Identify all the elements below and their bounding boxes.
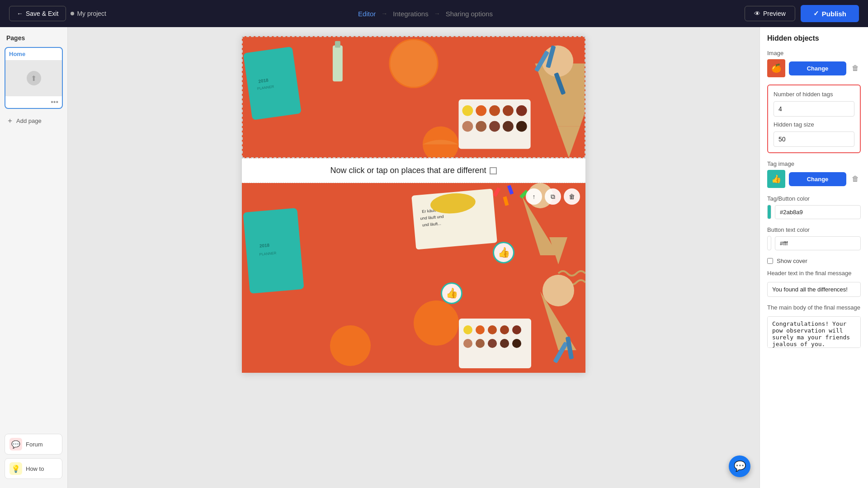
- chat-bubble-button[interactable]: 💬: [729, 455, 750, 477]
- sidebar-item-how-to[interactable]: 💡 How to: [5, 458, 62, 479]
- caption-icon: [490, 167, 497, 174]
- sidebar-item-forum[interactable]: 💬 Forum: [5, 434, 62, 455]
- main-body-label: The main body of the final message: [767, 304, 861, 311]
- page-card-label: Home: [5, 48, 62, 60]
- svg-point-10: [476, 105, 486, 116]
- tag-delete-button[interactable]: 🗑: [850, 173, 861, 185]
- svg-point-50: [463, 339, 472, 348]
- sidebar-tools: 💬 Forum 💡 How to: [5, 434, 62, 479]
- bottom-image[interactable]: 2018 PLANNER Er käuft und läuft und und …: [242, 183, 585, 373]
- svg-point-20: [542, 46, 574, 77]
- caption-bar: Now click or tap on places that are diff…: [242, 158, 585, 183]
- tag-color-input[interactable]: [775, 205, 861, 219]
- image-change-button[interactable]: Change: [789, 61, 846, 75]
- top-navigation: ← Save & Exit My project Editor → Integr…: [0, 0, 868, 27]
- header-text-label: Header text in the final message: [767, 270, 861, 277]
- svg-point-11: [489, 105, 500, 116]
- header-text-input[interactable]: [767, 282, 861, 297]
- hidden-tags-input[interactable]: [774, 101, 854, 117]
- move-up-button[interactable]: ↑: [526, 188, 542, 205]
- svg-point-12: [503, 105, 514, 116]
- arrow-icon-2: →: [434, 10, 440, 17]
- svg-point-9: [462, 105, 473, 116]
- top-image-bg: 2018 PLANNER: [243, 37, 585, 157]
- svg-point-18: [516, 121, 527, 132]
- hidden-tag-size-input[interactable]: [774, 131, 854, 147]
- project-name: My project: [71, 10, 106, 17]
- dot-icon: [71, 12, 74, 15]
- svg-point-47: [488, 325, 497, 334]
- sidebar: Pages Home ⬆ ••• ＋ Add page 💬 Forum 💡: [0, 27, 68, 488]
- show-cover-row: Show cover: [767, 258, 861, 264]
- tag-icon-1[interactable]: 👍: [493, 242, 514, 263]
- duplicate-button[interactable]: ⧉: [545, 188, 561, 205]
- nav-right: 👁 Preview ✓ Publish: [745, 5, 859, 22]
- svg-point-51: [476, 339, 485, 348]
- forum-label: Forum: [26, 441, 43, 448]
- page-card-home[interactable]: Home ⬆ •••: [5, 47, 63, 109]
- svg-rect-27: [243, 208, 304, 294]
- bottom-image-bg: 2018 PLANNER Er käuft und läuft und und …: [242, 183, 585, 373]
- show-cover-checkbox[interactable]: [767, 258, 773, 264]
- svg-point-17: [503, 121, 514, 132]
- messenger-icon: 💬: [734, 460, 746, 472]
- svg-point-14: [462, 121, 473, 132]
- svg-point-46: [476, 325, 485, 334]
- nav-center: Editor → Integrations → Sharing options: [358, 10, 493, 18]
- main-body-textarea[interactable]: Congratulations! Your pow observation wi…: [767, 316, 861, 348]
- svg-point-16: [489, 121, 500, 132]
- image-delete-button[interactable]: 🗑: [850, 62, 861, 74]
- eye-icon: 👁: [754, 10, 760, 17]
- svg-rect-5: [335, 41, 340, 48]
- tag-button-color-row: [767, 205, 861, 219]
- arrow-icon-1: →: [381, 10, 387, 17]
- show-cover-label[interactable]: Show cover: [777, 258, 807, 264]
- tag-image-thumbnail: 👍: [767, 170, 785, 188]
- tag-image-section: Tag image 👍 Change 🗑: [767, 160, 861, 188]
- canvas-area: 2018 PLANNER: [68, 27, 760, 488]
- svg-point-13: [516, 105, 527, 116]
- image-section: Image 🍊 Change 🗑: [767, 50, 861, 77]
- main-body-section: The main body of the final message Congr…: [767, 304, 861, 350]
- tag-change-button[interactable]: Change: [789, 172, 846, 186]
- tag-image-row: 👍 Change 🗑: [767, 170, 861, 188]
- tag-button-color-label: Tag/Button color: [767, 195, 861, 202]
- home-icon: ⬆: [31, 74, 37, 83]
- button-text-color-label: Button text color: [767, 226, 861, 233]
- text-color-swatch[interactable]: [767, 236, 771, 250]
- svg-point-45: [463, 325, 472, 334]
- text-color-input[interactable]: [775, 236, 861, 250]
- add-page-button[interactable]: ＋ Add page: [5, 114, 63, 127]
- button-text-color-section: Button text color: [767, 226, 861, 250]
- save-exit-button[interactable]: ← Save & Exit: [9, 6, 66, 21]
- tab-editor[interactable]: Editor: [358, 10, 376, 18]
- delete-button[interactable]: 🗑: [564, 188, 580, 205]
- tab-sharing-options[interactable]: Sharing options: [446, 10, 493, 18]
- tab-integrations[interactable]: Integrations: [393, 10, 428, 18]
- more-options-button[interactable]: •••: [51, 98, 58, 106]
- plus-icon: ＋: [6, 116, 14, 126]
- main-layout: Pages Home ⬆ ••• ＋ Add page 💬 Forum 💡: [0, 0, 868, 488]
- right-panel: Hidden objects Image 🍊 Change 🗑 Number o…: [760, 27, 868, 488]
- check-icon: ✓: [813, 9, 819, 18]
- canvas-wrapper: 2018 PLANNER: [242, 36, 585, 373]
- image-label: Image: [767, 50, 861, 56]
- page-thumbnail: ⬆: [5, 60, 62, 96]
- svg-point-54: [512, 339, 521, 348]
- preview-button[interactable]: 👁 Preview: [745, 6, 795, 21]
- publish-button[interactable]: ✓ Publish: [801, 5, 859, 22]
- svg-rect-1: [243, 47, 302, 120]
- nav-left: ← Save & Exit My project: [9, 6, 106, 21]
- caption-text: Now click or tap on places that are diff…: [330, 166, 486, 175]
- pages-title: Pages: [5, 34, 63, 42]
- save-exit-label: Save & Exit: [26, 10, 58, 17]
- button-text-color-row: [767, 236, 861, 250]
- hidden-tag-size-label: Hidden tag size: [774, 121, 854, 128]
- svg-point-56: [542, 275, 574, 306]
- page-card-footer: •••: [5, 96, 62, 108]
- svg-point-49: [512, 325, 521, 334]
- tag-color-swatch[interactable]: [767, 205, 771, 219]
- svg-point-53: [500, 339, 509, 348]
- tag-icon-2[interactable]: 👍: [441, 282, 462, 304]
- image-thumbnail: 🍊: [767, 59, 785, 77]
